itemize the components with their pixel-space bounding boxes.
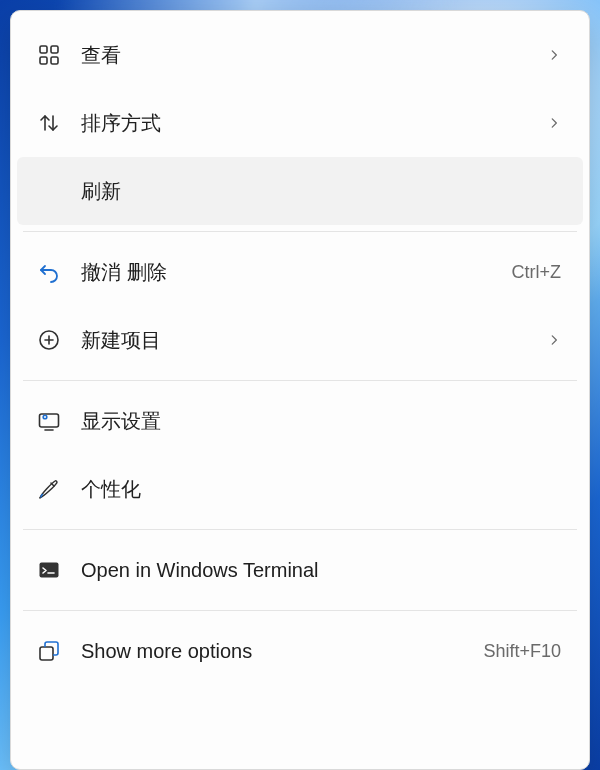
chevron-right-icon bbox=[547, 329, 561, 352]
svg-rect-9 bbox=[40, 414, 59, 427]
svg-rect-15 bbox=[40, 647, 53, 660]
menu-separator bbox=[23, 231, 577, 232]
personalize-icon bbox=[37, 477, 81, 501]
menu-item-new[interactable]: 新建项目 bbox=[17, 306, 583, 374]
svg-point-12 bbox=[44, 416, 46, 418]
desktop-context-menu: 查看 排序方式 刷新 撤消 删除 Ctrl+Z bbox=[10, 10, 590, 770]
svg-rect-3 bbox=[51, 57, 58, 64]
menu-item-display-settings[interactable]: 显示设置 bbox=[17, 387, 583, 455]
menu-item-label: 新建项目 bbox=[81, 327, 537, 354]
menu-item-label: 显示设置 bbox=[81, 408, 561, 435]
chevron-right-icon bbox=[547, 44, 561, 67]
menu-item-label: Open in Windows Terminal bbox=[81, 559, 561, 582]
menu-item-accelerator: Ctrl+Z bbox=[512, 262, 562, 283]
svg-rect-13 bbox=[40, 563, 59, 578]
menu-item-accelerator: Shift+F10 bbox=[483, 641, 561, 662]
display-settings-icon bbox=[37, 409, 81, 433]
menu-separator bbox=[23, 610, 577, 611]
chevron-right-icon bbox=[547, 112, 561, 135]
more-options-icon bbox=[37, 639, 81, 663]
menu-item-label: 刷新 bbox=[81, 178, 561, 205]
menu-separator bbox=[23, 380, 577, 381]
menu-item-undo[interactable]: 撤消 删除 Ctrl+Z bbox=[17, 238, 583, 306]
menu-item-label: 个性化 bbox=[81, 476, 561, 503]
menu-item-label: Show more options bbox=[81, 640, 483, 663]
menu-item-show-more-options[interactable]: Show more options Shift+F10 bbox=[17, 617, 583, 685]
menu-separator bbox=[23, 529, 577, 530]
menu-item-refresh[interactable]: 刷新 bbox=[17, 157, 583, 225]
menu-item-label: 查看 bbox=[81, 42, 537, 69]
undo-icon bbox=[37, 260, 81, 284]
menu-item-terminal[interactable]: Open in Windows Terminal bbox=[17, 536, 583, 604]
menu-item-personalize[interactable]: 个性化 bbox=[17, 455, 583, 523]
new-icon bbox=[37, 328, 81, 352]
menu-item-view[interactable]: 查看 bbox=[17, 21, 583, 89]
menu-item-sort[interactable]: 排序方式 bbox=[17, 89, 583, 157]
svg-rect-2 bbox=[40, 57, 47, 64]
grid-icon bbox=[37, 43, 81, 67]
svg-rect-0 bbox=[40, 46, 47, 53]
menu-item-label: 排序方式 bbox=[81, 110, 537, 137]
sort-icon bbox=[37, 111, 81, 135]
svg-rect-1 bbox=[51, 46, 58, 53]
terminal-icon bbox=[37, 558, 81, 582]
menu-item-label: 撤消 删除 bbox=[81, 259, 512, 286]
